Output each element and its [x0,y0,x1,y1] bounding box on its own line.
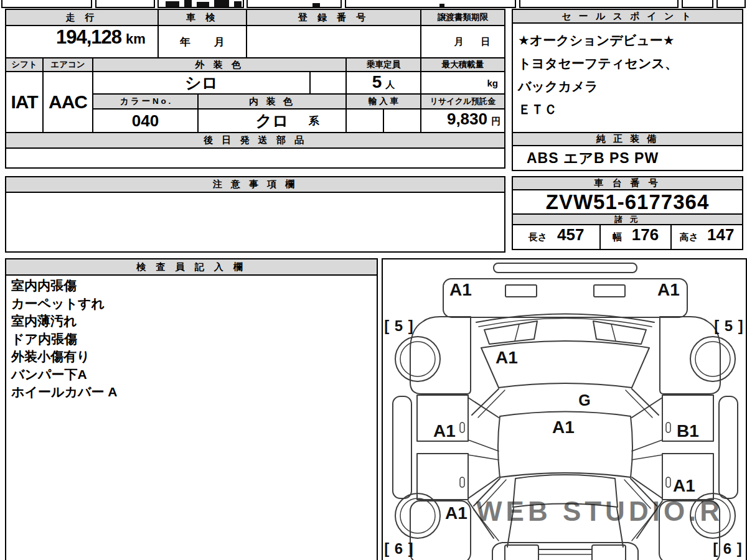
inspector-note: 室内内張傷 [6,277,377,295]
damage-label-hood: A1 [496,348,518,367]
damage-label-front-bumper-right: A1 [657,280,680,299]
top-row-fragment [682,0,713,8]
top-row-fragment [95,0,155,8]
car-damage-diagram: WEB STUDIO.R A1 A1 [ 5 ] [ 5 ] A1 G A1 A… [383,259,746,560]
equipment-header: 純 正 装 備 [512,132,743,146]
inspector-header: 検 査 員 記 入 欄 [5,258,378,276]
recycle-header: リサイクル預託金 [420,93,505,110]
exterior-color-header: 外 装 色 [92,57,347,72]
color-no-value: 040 [92,108,199,133]
sales-point-line: ★オークションデビュー★ [513,29,742,52]
chassis-number-value: ZVW51-6177364 [512,189,743,215]
max-load-header: 最大積載量 [420,57,505,72]
cut-text-fragment [214,0,229,7]
capacity-number: 5 [372,72,382,92]
top-row-fragment [345,0,516,8]
auction-sheet: 走 行 車 検 登 録 番 号 譲渡書類期限 194,128 km 年 月 月 … [0,0,747,560]
top-row-fragment [519,0,679,8]
notes-header: 注 意 事 項 欄 [5,176,505,193]
capacity-value: 5 人 [345,71,421,95]
watermark: WEB STUDIO.R [476,496,723,526]
front-right-door-handle [666,422,670,432]
later-shipping-header: 後 日 発 送 部 品 [5,132,505,149]
damage-label-front-bumper-left: A1 [449,280,472,299]
front-left-wheel [395,337,440,381]
exterior-color-extra [309,71,347,95]
rear-left-wheel-rim [400,498,435,533]
glass-line [468,455,499,460]
transfer-deadline-header: 譲渡書類期限 [420,9,505,26]
sales-point-line: ＥＴＣ [513,98,742,121]
damage-label-front-right-door: B1 [677,421,699,441]
cowl-panel-left-split [515,324,519,341]
top-row-fragment [716,0,746,8]
tire-label-front-right: [ 5 ] [714,317,744,334]
inspector-note: バンパー下A [6,366,377,384]
left-rocker [393,396,411,498]
mileage-unit: km [126,31,146,47]
equipment-value: ABS エアB PS PW [512,145,743,171]
chassis-number-header: 車 台 番 号 [512,176,743,190]
recycle-unit: 円 [491,116,500,128]
inspector-note: ホイールカバー A [6,383,377,401]
inspector-note: ドア内張傷 [6,330,377,348]
damage-label-rear-left-quarter: A1 [445,503,467,523]
front-left-wheel-rim [400,342,435,376]
max-load-value: kg [420,71,505,95]
rear-left-door [417,454,468,500]
spec-length: 長さ 457 [512,224,601,250]
spec-height: 高さ 147 [670,224,743,250]
capacity-header: 乗車定員 [345,57,421,72]
rear-bumper-right-insert [592,545,626,560]
spec-length-label: 長さ [529,231,547,243]
mileage-value: 194,128 km [5,25,159,58]
interior-color-header: 内 装 色 [197,93,347,110]
mileage-number: 194,128 [56,26,121,49]
sales-point-line: トヨタセーフティセンス、 [513,52,742,75]
registration-header: 登 録 番 号 [246,9,421,26]
later-shipping-value [5,147,505,169]
max-load-unit: kg [487,78,498,88]
sales-points-header: セ ー ル ス ポ イ ン ト [512,9,743,24]
front-bumper-strip [494,263,637,273]
front-left-lamp [505,285,537,297]
inspector-body: 室内内張傷 カーペットすれ 室内薄汚れ ドア内張傷 外装小傷有り バンパー下A … [5,274,378,560]
color-no-header: カ ラ ー N o . [92,93,199,110]
cut-text-fragment [439,4,444,7]
aircon-value: AAC [42,71,93,133]
transfer-deadline-value: 月 日 [420,25,505,58]
cut-text-fragment [312,3,320,7]
tire-label-rear-left: [ 6 ] [384,540,414,557]
shaken-value: 年 月 [157,25,247,58]
tire-label-rear-right: [ 6 ] [713,540,743,557]
recycle-number: 9,830 [447,110,487,129]
rear-bumper-left-insert [505,545,538,560]
damage-label-roof: A1 [552,418,575,437]
shaken-year-label: 年 [180,35,190,49]
top-row-fragment [1,0,92,8]
exterior-color-value: シロ [92,71,311,95]
cowl-panel-right-split [611,324,616,341]
glass-line [468,440,499,451]
inspector-note: 室内薄汚れ [6,312,377,330]
shaken-header: 車 検 [157,9,247,26]
tire-label-front-left: [ 5 ] [384,317,414,334]
rear-right-door-handle [666,477,670,487]
mileage-header: 走 行 [5,9,159,26]
front-right-lamp [594,285,625,297]
sales-point-line: バックカメラ [513,75,742,98]
capacity-unit: 人 [385,79,395,91]
transfer-month-label: 月 [454,36,464,48]
damage-label-rear-right-door: A1 [673,476,695,495]
spec-width-label: 幅 [613,231,622,243]
inspector-note: カーペットすれ [6,295,377,313]
glass-line [632,440,662,451]
damage-label-windshield: G [578,391,590,409]
registration-value [246,25,421,58]
import-header: 輸 入 車 [345,93,421,110]
shift-header: シフト [5,57,44,72]
aircon-header: エアコン [42,57,93,72]
rear-left-door-handle [460,477,464,487]
notes-body [5,192,505,253]
spec-height-value: 147 [707,225,734,245]
